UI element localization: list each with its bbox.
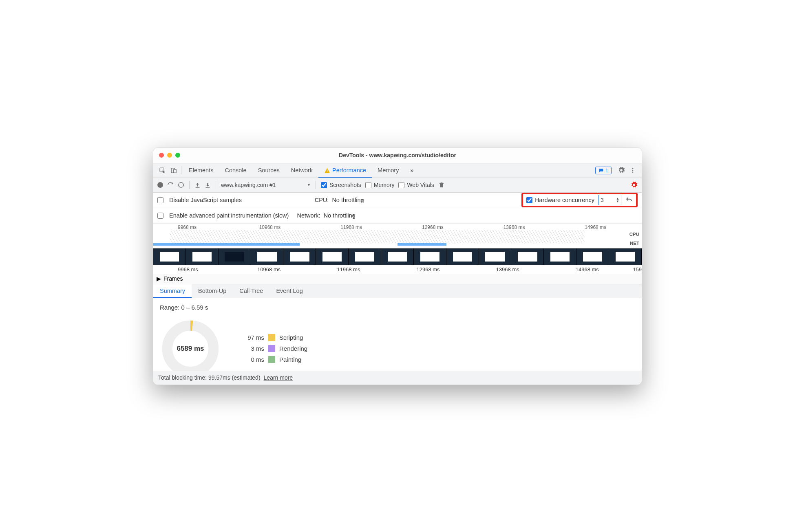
memory-checkbox[interactable]: Memory bbox=[365, 182, 395, 188]
overview-timeline[interactable]: 9968 ms 10968 ms 11968 ms 12968 ms 13968… bbox=[153, 224, 642, 248]
range-label: Range: 0 – 6.59 s bbox=[160, 304, 635, 311]
svg-point-5 bbox=[632, 168, 634, 169]
issues-count: 1 bbox=[605, 167, 608, 174]
cpu-label: CPU: bbox=[315, 197, 329, 203]
tab-console[interactable]: Console bbox=[219, 163, 252, 178]
legend-name: Scripting bbox=[279, 334, 303, 341]
tab-sources[interactable]: Sources bbox=[252, 163, 285, 178]
frames-label: Frames bbox=[163, 275, 183, 282]
warning-icon bbox=[324, 167, 330, 174]
tab-network[interactable]: Network bbox=[285, 163, 318, 178]
devtools-window: DevTools - www.kapwing.com/studio/editor… bbox=[153, 147, 642, 385]
message-icon bbox=[598, 168, 604, 173]
dtab-summary[interactable]: Summary bbox=[153, 284, 192, 298]
screenshot-thumb[interactable] bbox=[381, 248, 414, 265]
webvitals-checkbox[interactable]: Web Vitals bbox=[398, 182, 434, 188]
net-lane-label: NET bbox=[630, 241, 639, 246]
record-button[interactable] bbox=[157, 182, 163, 188]
hw-value: 3 bbox=[601, 197, 604, 203]
tab-elements[interactable]: Elements bbox=[183, 163, 219, 178]
screenshot-thumb[interactable] bbox=[544, 248, 576, 265]
target-select[interactable]: www.kapwing.com #1 bbox=[221, 182, 311, 188]
screenshot-thumb[interactable] bbox=[479, 248, 512, 265]
tab-performance[interactable]: Performance bbox=[318, 163, 372, 178]
disable-js-checkbox[interactable]: Disable JavaScript samples bbox=[157, 197, 242, 203]
screenshot-thumb[interactable] bbox=[251, 248, 284, 265]
inspect-icon[interactable] bbox=[157, 167, 168, 174]
donut-center-value: 6589 ms bbox=[160, 318, 221, 371]
paint-instr-checkbox[interactable]: Enable advanced paint instrumentation (s… bbox=[157, 212, 289, 219]
clear-button[interactable] bbox=[178, 182, 184, 188]
undo-icon[interactable] bbox=[625, 196, 633, 204]
hw-concurrency-checkbox[interactable]: Hardware concurrency bbox=[526, 197, 594, 203]
stepper-icon[interactable]: ▲▼ bbox=[616, 197, 619, 203]
frames-track[interactable]: ▶ Frames bbox=[153, 274, 642, 284]
tab-more[interactable]: » bbox=[404, 163, 419, 178]
paint-label: Enable advanced paint instrumentation (s… bbox=[169, 212, 289, 219]
net-activity-bar bbox=[153, 243, 642, 246]
cpu-value: No throttling bbox=[332, 197, 364, 203]
screenshot-thumb[interactable] bbox=[609, 248, 642, 265]
tab-performance-label: Performance bbox=[332, 167, 366, 174]
screenshot-thumb[interactable] bbox=[283, 248, 316, 265]
capture-settings-icon[interactable] bbox=[630, 181, 638, 189]
hw-concurrency-input[interactable]: 3 ▲▼ bbox=[598, 195, 621, 205]
summary-panel: Range: 0 – 6.59 s 6589 ms 97 msScripting… bbox=[153, 298, 642, 371]
detail-tabbar: Summary Bottom-Up Call Tree Event Log bbox=[153, 284, 642, 298]
tick: 9968 ms bbox=[153, 266, 233, 273]
screenshot-thumb[interactable] bbox=[511, 248, 544, 265]
tick: 13968 ms bbox=[479, 224, 561, 230]
tick: 14968 ms bbox=[551, 266, 631, 273]
legend-swatch bbox=[268, 345, 275, 352]
target-select-value: www.kapwing.com #1 bbox=[221, 182, 276, 188]
dtab-bottomup[interactable]: Bottom-Up bbox=[192, 284, 233, 298]
trash-icon[interactable] bbox=[438, 182, 445, 188]
expand-icon[interactable]: ▶ bbox=[157, 275, 161, 282]
webvitals-label: Web Vitals bbox=[407, 182, 434, 188]
dtab-calltree[interactable]: Call Tree bbox=[233, 284, 269, 298]
screenshot-strip[interactable] bbox=[153, 248, 642, 265]
screenshots-checkbox[interactable]: Screenshots bbox=[321, 182, 361, 188]
issues-badge[interactable]: 1 bbox=[595, 167, 612, 174]
screenshot-thumb[interactable] bbox=[186, 248, 219, 265]
learn-more-link[interactable]: Learn more bbox=[264, 374, 293, 381]
screenshots-label: Screenshots bbox=[329, 182, 361, 188]
settings-icon[interactable] bbox=[616, 167, 627, 174]
upload-icon[interactable] bbox=[194, 182, 201, 188]
screenshot-thumb[interactable] bbox=[576, 248, 609, 265]
tick: 11968 ms bbox=[316, 224, 398, 230]
legend-row: 97 msScripting bbox=[237, 334, 307, 341]
screenshot-thumb[interactable] bbox=[414, 248, 446, 265]
reload-button[interactable] bbox=[167, 182, 174, 188]
hardware-concurrency-highlight: Hardware concurrency 3 ▲▼ bbox=[521, 193, 638, 207]
cpu-lane-label: CPU bbox=[629, 232, 639, 237]
network-throttle-group: Network: No throttling bbox=[297, 212, 355, 219]
svg-point-6 bbox=[632, 170, 634, 171]
device-toggle-icon[interactable] bbox=[168, 167, 179, 174]
hw-label: Hardware concurrency bbox=[535, 197, 594, 203]
cpu-throttle-select[interactable]: No throttling bbox=[332, 197, 364, 203]
svg-point-7 bbox=[632, 171, 634, 173]
screenshot-thumb[interactable] bbox=[153, 248, 186, 265]
svg-rect-3 bbox=[327, 169, 327, 171]
screenshot-thumb[interactable] bbox=[446, 248, 479, 265]
screenshot-thumb[interactable] bbox=[219, 248, 251, 265]
screenshot-thumb[interactable] bbox=[316, 248, 349, 265]
summary-legend: 97 msScripting 3 msRendering 0 msPaintin… bbox=[237, 334, 307, 363]
dtab-eventlog[interactable]: Event Log bbox=[269, 284, 309, 298]
screenshot-thumb[interactable] bbox=[349, 248, 381, 265]
tick: 12968 ms bbox=[398, 224, 479, 230]
download-icon[interactable] bbox=[205, 182, 211, 188]
tab-memory[interactable]: Memory bbox=[372, 163, 404, 178]
window-title: DevTools - www.kapwing.com/studio/editor bbox=[153, 152, 642, 158]
legend-ms: 0 ms bbox=[237, 356, 264, 363]
legend-ms: 97 ms bbox=[237, 334, 264, 341]
options-row-2: Enable advanced paint instrumentation (s… bbox=[153, 208, 642, 224]
network-throttle-select[interactable]: No throttling bbox=[324, 212, 356, 219]
legend-row: 0 msPainting bbox=[237, 356, 307, 363]
overview-ticks: 9968 ms 10968 ms 11968 ms 12968 ms 13968… bbox=[153, 224, 642, 230]
kebab-menu-icon[interactable] bbox=[627, 167, 638, 174]
tick: 12968 ms bbox=[392, 266, 471, 273]
main-tabbar: Elements Console Sources Network Perform… bbox=[153, 163, 642, 178]
options-row-1: Disable JavaScript samples CPU: No throt… bbox=[153, 193, 642, 208]
